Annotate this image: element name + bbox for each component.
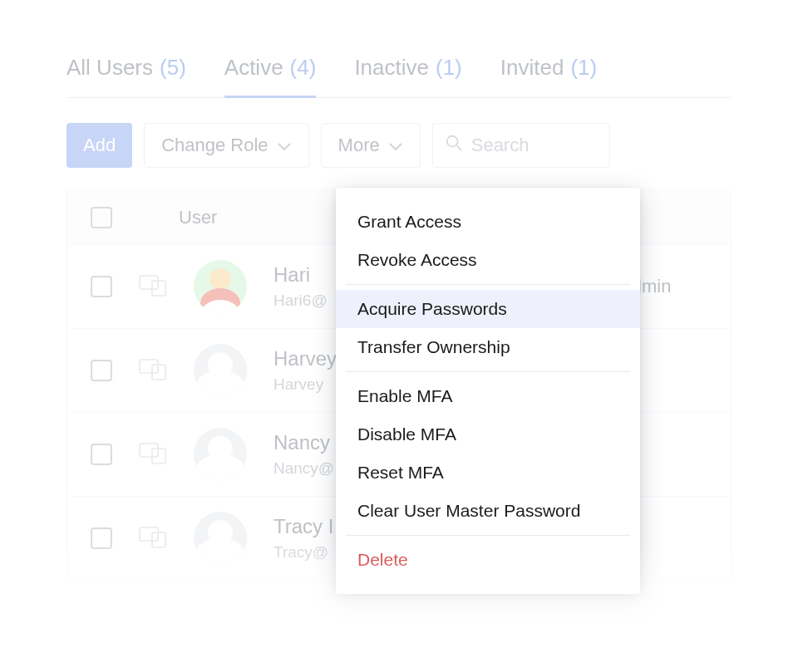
avatar (194, 428, 247, 481)
more-dropdown-menu: Grant Access Revoke Access Acquire Passw… (336, 188, 640, 594)
menu-item-disable-mfa[interactable]: Disable MFA (336, 415, 640, 454)
devices-icon (139, 441, 167, 468)
row-checkbox[interactable] (91, 360, 112, 381)
chevron-down-icon (388, 135, 403, 156)
change-role-label: Change Role (161, 135, 268, 156)
search-field[interactable] (432, 123, 610, 168)
tab-count: (5) (160, 55, 186, 81)
menu-item-delete[interactable]: Delete (336, 541, 640, 579)
row-checkbox[interactable] (91, 444, 112, 465)
avatar (194, 512, 247, 565)
tab-count: (1) (570, 55, 597, 81)
menu-divider (346, 371, 630, 372)
tab-count: (4) (290, 55, 317, 81)
menu-divider (346, 535, 630, 536)
avatar (194, 260, 247, 313)
tab-label: Active (224, 55, 283, 81)
add-button[interactable]: Add (66, 123, 132, 168)
svg-line-1 (456, 145, 461, 150)
svg-rect-7 (152, 449, 165, 464)
more-label: More (338, 135, 380, 156)
change-role-button[interactable]: Change Role (144, 123, 308, 168)
menu-item-enable-mfa[interactable]: Enable MFA (336, 377, 640, 415)
toolbar: Add Change Role More (66, 123, 732, 168)
tab-label: All Users (66, 55, 153, 81)
svg-point-0 (446, 136, 457, 147)
tab-count: (1) (436, 55, 462, 81)
more-button[interactable]: More (321, 123, 421, 168)
menu-item-revoke-access[interactable]: Revoke Access (336, 241, 640, 279)
search-icon (445, 134, 463, 157)
svg-rect-9 (152, 532, 165, 547)
select-all-checkbox[interactable] (91, 207, 112, 228)
tab-active[interactable]: Active (4) (224, 50, 317, 98)
tab-label: Invited (500, 55, 564, 81)
user-tabs: All Users (5) Active (4) Inactive (1) In… (66, 50, 732, 98)
devices-icon (139, 273, 167, 300)
row-checkbox[interactable] (91, 527, 112, 549)
avatar (194, 344, 247, 397)
menu-item-acquire-passwords[interactable]: Acquire Passwords (336, 290, 640, 328)
tab-invited[interactable]: Invited (1) (500, 50, 597, 97)
tab-all-users[interactable]: All Users (5) (66, 50, 186, 97)
search-input[interactable] (471, 135, 596, 156)
svg-rect-6 (140, 444, 158, 457)
menu-item-transfer-ownership[interactable]: Transfer Ownership (336, 328, 640, 366)
menu-divider (346, 284, 630, 285)
svg-rect-2 (140, 276, 158, 289)
tab-label: Inactive (354, 55, 429, 81)
menu-item-reset-mfa[interactable]: Reset MFA (336, 454, 640, 492)
menu-item-clear-master-password[interactable]: Clear User Master Password (336, 492, 640, 530)
add-button-label: Add (83, 135, 116, 156)
chevron-down-icon (277, 135, 292, 156)
svg-rect-8 (140, 527, 158, 541)
row-checkbox[interactable] (91, 276, 112, 297)
devices-icon (139, 357, 167, 384)
devices-icon (139, 525, 167, 552)
svg-rect-4 (140, 360, 158, 373)
menu-item-grant-access[interactable]: Grant Access (336, 203, 640, 241)
tab-inactive[interactable]: Inactive (1) (354, 50, 461, 97)
svg-rect-3 (152, 281, 165, 296)
svg-rect-5 (152, 365, 165, 380)
